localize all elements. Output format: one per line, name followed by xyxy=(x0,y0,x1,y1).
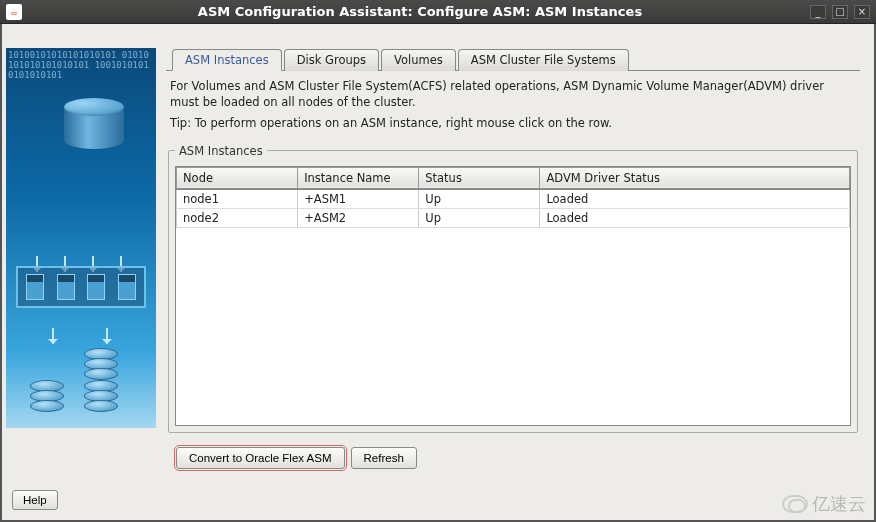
table-row[interactable]: node1 +ASM1 Up Loaded xyxy=(177,189,850,209)
instructions-text: For Volumes and ASM Cluster File System(… xyxy=(166,71,860,140)
col-status[interactable]: Status xyxy=(419,167,540,189)
asm-instances-fieldset: ASM Instances Node Instance Name Status … xyxy=(168,144,858,433)
tab-bar: ASM Instances Disk Groups Volumes ASM Cl… xyxy=(166,48,860,71)
content-wrap: 10100101010101010101 0101010101010101010… xyxy=(6,28,870,483)
instruction-tip: Tip: To perform operations on an ASM ins… xyxy=(170,116,856,132)
watermark: 亿速云 xyxy=(782,492,866,516)
help-button[interactable]: Help xyxy=(12,490,58,510)
window-controls: _ □ × xyxy=(810,5,870,19)
maximize-button[interactable]: □ xyxy=(832,5,848,19)
cell-status: Up xyxy=(419,189,540,209)
refresh-button[interactable]: Refresh xyxy=(351,447,417,469)
convert-to-flex-asm-button[interactable]: Convert to Oracle Flex ASM xyxy=(176,447,345,469)
instruction-line-1: For Volumes and ASM Cluster File System(… xyxy=(170,79,856,110)
cell-advm: Loaded xyxy=(540,208,850,227)
arrow-down-icon xyxy=(52,328,54,344)
col-instance-name[interactable]: Instance Name xyxy=(298,167,419,189)
window-body: 10100101010101010101 0101010101010101010… xyxy=(0,24,876,522)
watermark-text: 亿速云 xyxy=(812,492,866,516)
close-button[interactable]: × xyxy=(854,5,870,19)
database-cylinder-icon xyxy=(64,98,124,158)
cell-advm: Loaded xyxy=(540,189,850,209)
disk-stack-icon xyxy=(30,382,64,412)
disk-stack-icon xyxy=(84,382,118,412)
cloud-icon xyxy=(782,495,808,513)
instance-table-container[interactable]: Node Instance Name Status ADVM Driver St… xyxy=(175,166,851,426)
button-row: Convert to Oracle Flex ASM Refresh xyxy=(166,437,860,473)
main-panel: ASM Instances Disk Groups Volumes ASM Cl… xyxy=(166,48,860,473)
arrow-down-icon xyxy=(106,328,108,344)
window-titlebar: ☕ ASM Configuration Assistant: Configure… xyxy=(0,0,876,24)
col-node[interactable]: Node xyxy=(177,167,298,189)
instance-table: Node Instance Name Status ADVM Driver St… xyxy=(176,167,850,228)
storage-chips-icon xyxy=(16,266,146,308)
cell-node: node1 xyxy=(177,189,298,209)
tab-acfs[interactable]: ASM Cluster File Systems xyxy=(458,49,629,71)
tab-disk-groups[interactable]: Disk Groups xyxy=(284,49,379,71)
cell-node: node2 xyxy=(177,208,298,227)
java-icon: ☕ xyxy=(6,4,22,20)
window-title: ASM Configuration Assistant: Configure A… xyxy=(30,4,810,19)
disk-stack-icon xyxy=(84,350,118,380)
cell-instance: +ASM2 xyxy=(298,208,419,227)
tab-volumes[interactable]: Volumes xyxy=(381,49,456,71)
sidebar-graphic: 10100101010101010101 0101010101010101010… xyxy=(6,48,156,428)
cell-status: Up xyxy=(419,208,540,227)
table-row[interactable]: node2 +ASM2 Up Loaded xyxy=(177,208,850,227)
tab-asm-instances[interactable]: ASM Instances xyxy=(172,49,282,71)
cell-instance: +ASM1 xyxy=(298,189,419,209)
col-advm-status[interactable]: ADVM Driver Status xyxy=(540,167,850,189)
table-header-row: Node Instance Name Status ADVM Driver St… xyxy=(177,167,850,189)
binary-decoration: 10100101010101010101 0101010101010101010… xyxy=(6,48,156,82)
minimize-button[interactable]: _ xyxy=(810,5,826,19)
fieldset-legend: ASM Instances xyxy=(175,144,267,158)
